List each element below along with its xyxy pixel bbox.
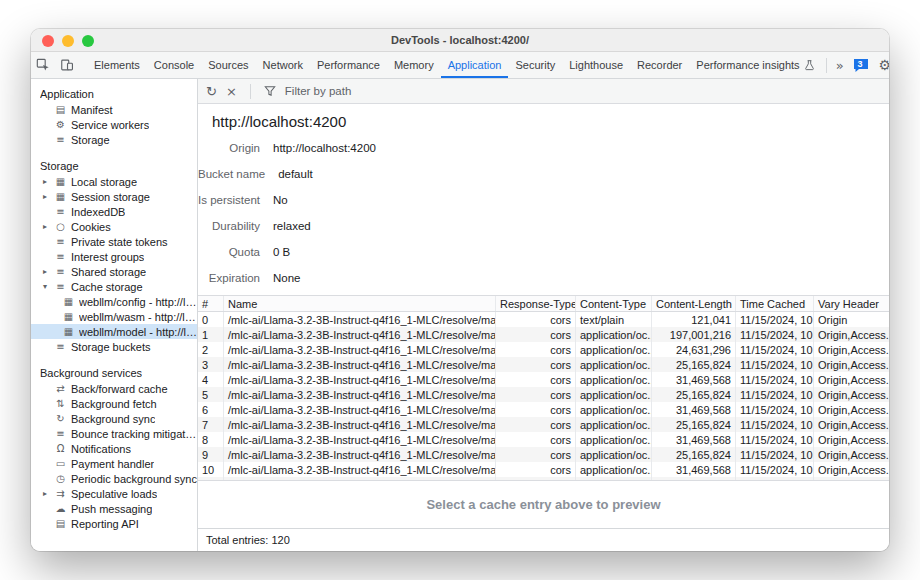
cell-content-type: application/oc...	[576, 462, 652, 477]
table-row[interactable]: 5 /mlc-ai/Llama-3.2-3B-Instruct-q4f16_1-…	[198, 387, 889, 402]
sidebar-item-label: Session storage	[71, 191, 150, 203]
statusbar: Total entries: 120	[198, 528, 889, 551]
messages-button[interactable]: 3	[853, 58, 870, 73]
cell-index: 2	[198, 342, 224, 357]
tabbar-right-controls: » 3 ⚙ ⋮	[822, 52, 889, 78]
panel-tab[interactable]: Lighthouse	[562, 52, 630, 78]
chevron-down-icon[interactable]: ▾	[43, 282, 53, 291]
divider	[826, 58, 827, 73]
sidebar-row[interactable]: ↻ Background sync	[31, 411, 197, 426]
col-index[interactable]: #	[198, 296, 224, 311]
cell-response-type: cors	[496, 357, 576, 372]
table-row[interactable]: 1 /mlc-ai/Llama-3.2-3B-Instruct-q4f16_1-…	[198, 327, 889, 342]
col-content-type[interactable]: Content-Type	[576, 296, 652, 311]
cache-meta-label: Bucket name	[198, 168, 265, 180]
background-fetch-icon: ⇅	[53, 398, 68, 409]
sidebar-row[interactable]: ▾ ≡ Cache storage	[31, 279, 197, 294]
sidebar-item-label: Local storage	[71, 176, 137, 188]
sidebar-row[interactable]: ▦ webllm/model - http://loc...	[31, 324, 197, 339]
cell-content-length: 24,631,296	[652, 342, 736, 357]
cache-entries-grid: # Name Response-Type Content-Type Conten…	[198, 295, 889, 481]
table-row[interactable]: 4 /mlc-ai/Llama-3.2-3B-Instruct-q4f16_1-…	[198, 372, 889, 387]
table-row[interactable]: 7 /mlc-ai/Llama-3.2-3B-Instruct-q4f16_1-…	[198, 417, 889, 432]
sidebar-row[interactable]: ▸ ▦ Session storage	[31, 189, 197, 204]
service-worker-icon: ⚙	[53, 119, 68, 130]
sidebar-row[interactable]: ≡ Private state tokens	[31, 234, 197, 249]
table-row[interactable]: 6 /mlc-ai/Llama-3.2-3B-Instruct-q4f16_1-…	[198, 402, 889, 417]
panel-tab[interactable]: Elements	[87, 52, 147, 78]
panel-tab[interactable]: Security	[508, 52, 562, 78]
table-row[interactable]: 9 /mlc-ai/Llama-3.2-3B-Instruct-q4f16_1-…	[198, 447, 889, 462]
cell-name: /mlc-ai/Llama-3.2-3B-Instruct-q4f16_1-ML…	[224, 462, 496, 477]
sidebar-row[interactable]: ▭ Payment handler	[31, 456, 197, 471]
cache-meta-row: Bucket name default	[198, 161, 873, 187]
sidebar-row[interactable]: ≡ IndexedDB	[31, 204, 197, 219]
devtools-tabbar: ElementsConsoleSourcesNetworkPerformance…	[31, 52, 889, 79]
cell-vary-header: Origin,Access...	[814, 357, 889, 372]
cell-index: 1	[198, 327, 224, 342]
sidebar-row[interactable]: Application	[31, 85, 197, 102]
panel-tab[interactable]: Memory	[387, 52, 441, 78]
refresh-icon[interactable]: ↻	[206, 84, 217, 99]
col-name[interactable]: Name	[224, 296, 496, 311]
panel-tab[interactable]: Sources	[201, 52, 255, 78]
table-row[interactable]: 10 /mlc-ai/Llama-3.2-3B-Instruct-q4f16_1…	[198, 462, 889, 477]
table-row[interactable]: 0 /mlc-ai/Llama-3.2-3B-Instruct-q4f16_1-…	[198, 312, 889, 327]
settings-gear-icon[interactable]: ⚙	[874, 52, 889, 78]
sidebar-row[interactable]: ≡ Interest groups	[31, 249, 197, 264]
filter-input[interactable]	[285, 85, 505, 97]
sidebar-row[interactable]: ▤ Manifest	[31, 102, 197, 117]
device-toolbar-icon[interactable]	[55, 52, 79, 78]
sidebar-item-label: Cookies	[71, 221, 111, 233]
sidebar-row[interactable]: ⇄ Back/forward cache	[31, 381, 197, 396]
sidebar-row[interactable]: ▤ Reporting API	[31, 516, 197, 531]
sidebar-row[interactable]: Ω Notifications	[31, 441, 197, 456]
panel-tab[interactable]: Application	[441, 52, 509, 78]
sidebar-row[interactable]: ▸ ○ Cookies	[31, 219, 197, 234]
sidebar-row[interactable]: ≡ Bounce tracking mitigations	[31, 426, 197, 441]
sidebar-row[interactable]: Background services	[31, 364, 197, 381]
col-response-type[interactable]: Response-Type	[496, 296, 576, 311]
panel-tab[interactable]: Console	[147, 52, 201, 78]
sidebar-row[interactable]: Storage	[31, 157, 197, 174]
table-row[interactable]: 3 /mlc-ai/Llama-3.2-3B-Instruct-q4f16_1-…	[198, 357, 889, 372]
col-content-length[interactable]: Content-Length	[652, 296, 736, 311]
tab-performance-insights[interactable]: Performance insights	[689, 52, 821, 78]
sidebar-row[interactable]: ▦ webllm/config - http://loc...	[31, 294, 197, 309]
sidebar-row[interactable]: ≡ Storage buckets	[31, 339, 197, 354]
close-button[interactable]	[42, 35, 54, 47]
panel-tab[interactable]: Performance	[310, 52, 387, 78]
sidebar-row[interactable]: ☁ Push messaging	[31, 501, 197, 516]
bell-icon: Ω	[53, 443, 68, 454]
more-panels-icon[interactable]: »	[831, 52, 849, 78]
cell-response-type: cors	[496, 462, 576, 477]
inspect-element-icon[interactable]	[31, 52, 55, 78]
performance-insights-label: Performance insights	[696, 59, 799, 71]
storage-icon: ≡	[53, 134, 68, 145]
cell-name: /mlc-ai/Llama-3.2-3B-Instruct-q4f16_1-ML…	[224, 402, 496, 417]
col-vary-header[interactable]: Vary Header	[814, 296, 889, 311]
delete-selected-icon[interactable]: ×	[226, 84, 237, 99]
sidebar-row[interactable]: ⚙ Service workers	[31, 117, 197, 132]
chevron-right-icon[interactable]: ▸	[43, 222, 53, 231]
window-title: DevTools - localhost:4200/	[391, 34, 529, 46]
panel-tab[interactable]: Recorder	[630, 52, 689, 78]
minimize-button[interactable]	[62, 35, 74, 47]
chevron-right-icon[interactable]: ▸	[43, 177, 53, 186]
sidebar-row[interactable]: ▸ ▦ Local storage	[31, 174, 197, 189]
sidebar-row[interactable]: ▸ ≡ Shared storage	[31, 264, 197, 279]
sidebar-row[interactable]: ≡ Storage	[31, 132, 197, 147]
panel-tab[interactable]: Network	[256, 52, 310, 78]
table-row[interactable]: 8 /mlc-ai/Llama-3.2-3B-Instruct-q4f16_1-…	[198, 432, 889, 447]
chevron-right-icon[interactable]: ▸	[43, 192, 53, 201]
sidebar-row[interactable]: ◷ Periodic background sync	[31, 471, 197, 486]
table-row[interactable]: 2 /mlc-ai/Llama-3.2-3B-Instruct-q4f16_1-…	[198, 342, 889, 357]
chevron-right-icon[interactable]: ▸	[43, 489, 53, 498]
chevron-right-icon[interactable]: ▸	[43, 267, 53, 276]
sidebar-row[interactable]: ⇅ Background fetch	[31, 396, 197, 411]
col-time-cached[interactable]: Time Cached	[736, 296, 814, 311]
zoom-button[interactable]	[82, 35, 94, 47]
sidebar-row[interactable]: ▸ ⇉ Speculative loads	[31, 486, 197, 501]
database-icon: ≡	[53, 251, 68, 262]
sidebar-row[interactable]: ▦ webllm/wasm - http://loca...	[31, 309, 197, 324]
